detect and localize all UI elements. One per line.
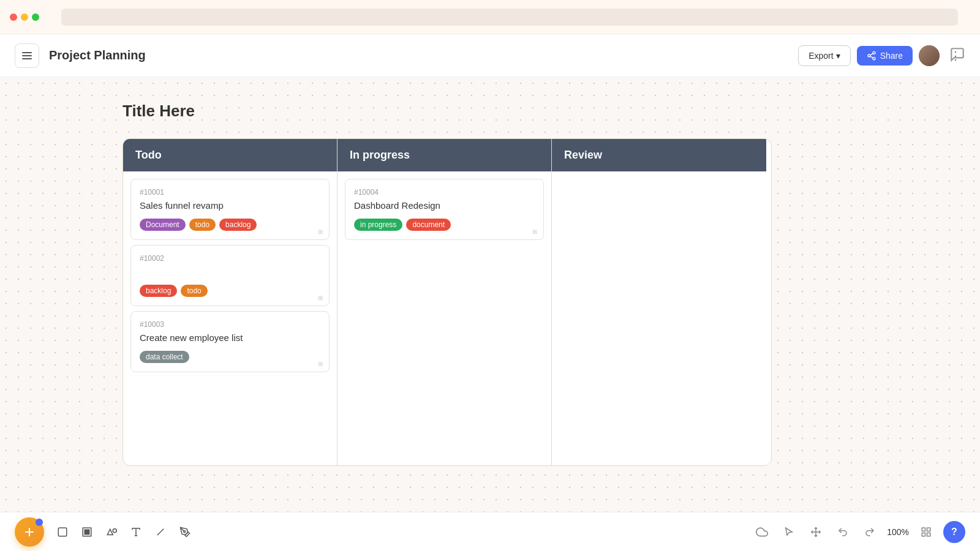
share-button[interactable]: Share	[857, 46, 913, 66]
card-resize-handle[interactable]: ⊞	[318, 294, 325, 302]
toolbar-actions: Export ▾ Share ⋮	[798, 45, 965, 66]
svg-point-9	[184, 530, 186, 532]
redo-button[interactable]	[860, 522, 880, 542]
card-tags: backlog todo	[140, 285, 320, 297]
column-todo: Todo #10001 Sales funnel revamp Document…	[123, 139, 337, 465]
column-body-todo: #10001 Sales funnel revamp Document todo…	[123, 171, 337, 465]
card-id: #10002	[140, 254, 320, 263]
card-tags: Document todo backlog	[140, 219, 320, 231]
export-button[interactable]: Export ▾	[798, 45, 850, 66]
tag-in-progress: in progress	[354, 219, 402, 231]
svg-point-2	[873, 57, 875, 59]
top-toolbar: Project Planning Export ▾ Share ⋮	[0, 34, 980, 77]
text-tool[interactable]	[125, 521, 147, 543]
avatar[interactable]	[919, 45, 940, 66]
tag-backlog: backlog	[140, 285, 177, 297]
column-review: Review	[552, 139, 766, 465]
svg-rect-12	[922, 533, 925, 536]
card-10004[interactable]: #10004 Dashboard Redesign in progress do…	[345, 179, 544, 240]
help-button[interactable]: ?	[943, 521, 965, 543]
svg-rect-13	[927, 533, 930, 536]
svg-rect-11	[927, 528, 930, 531]
svg-point-1	[868, 54, 870, 57]
frame-tool[interactable]	[76, 521, 98, 543]
move-tool[interactable]	[806, 522, 826, 542]
card-10001[interactable]: #10001 Sales funnel revamp Document todo…	[130, 179, 330, 240]
card-tags: data collect	[140, 351, 320, 363]
tag-document-red: document	[406, 219, 451, 231]
line-icon	[155, 527, 166, 538]
line-tool[interactable]	[149, 521, 172, 543]
grid-button[interactable]	[916, 522, 936, 542]
svg-rect-5	[58, 528, 67, 536]
undo-button[interactable]	[833, 522, 853, 542]
cloud-icon	[756, 526, 768, 538]
frame-icon	[81, 527, 92, 538]
plus-icon: +	[24, 523, 34, 541]
card-title: Sales funnel revamp	[140, 200, 320, 212]
svg-rect-10	[922, 528, 925, 531]
minimize-dot[interactable]	[21, 13, 28, 21]
avatar-image	[919, 45, 940, 66]
grid-icon	[921, 527, 932, 538]
column-in-progress: In progress #10004 Dashboard Redesign in…	[337, 139, 552, 465]
card-10002[interactable]: #10002 backlog todo ⊞	[130, 245, 330, 306]
card-resize-handle[interactable]: ⊞	[532, 228, 540, 236]
board-title: Title Here	[123, 102, 195, 121]
card-title: Create new employee list	[140, 332, 320, 345]
redo-icon	[864, 527, 875, 538]
dropdown-arrow-icon: ▾	[836, 51, 840, 61]
document-title: Project Planning	[49, 48, 798, 62]
close-dot[interactable]	[10, 13, 17, 21]
cursor-icon	[783, 527, 794, 538]
card-resize-handle[interactable]: ⊞	[318, 228, 325, 236]
titlebar-search-bar	[61, 9, 958, 26]
marker-tool[interactable]	[174, 521, 196, 543]
share-icon	[867, 51, 876, 61]
fab-add-button[interactable]: +	[15, 517, 44, 547]
shape-icon	[106, 527, 117, 538]
column-header-in-progress: In progress	[337, 139, 551, 171]
menu-button[interactable]	[15, 43, 39, 68]
column-body-review	[552, 171, 766, 465]
card-id: #10003	[140, 320, 320, 329]
tag-document: Document	[140, 219, 186, 231]
svg-line-4	[870, 53, 873, 55]
marker-icon	[179, 527, 190, 538]
svg-line-8	[157, 528, 164, 535]
svg-point-0	[873, 51, 875, 54]
svg-rect-7	[85, 530, 89, 534]
column-header-todo: Todo	[123, 139, 337, 171]
bottom-toolbar-right: 100% ?	[752, 521, 965, 543]
bottom-toolbar-left: +	[15, 517, 196, 547]
rectangle-icon	[57, 527, 68, 538]
chat-button[interactable]	[949, 47, 965, 65]
help-icon: ?	[951, 527, 957, 538]
rectangle-tool[interactable]	[51, 521, 74, 543]
maximize-dot[interactable]	[32, 13, 39, 21]
tag-backlog: backlog	[219, 219, 257, 231]
cloud-save-button[interactable]	[752, 522, 772, 542]
shape-tool[interactable]	[100, 521, 123, 543]
card-id: #10004	[354, 188, 535, 197]
bottom-toolbar: +	[0, 512, 980, 551]
card-title	[140, 266, 320, 279]
tag-data-collect: data collect	[140, 351, 189, 363]
text-icon	[130, 527, 141, 538]
titlebar	[0, 0, 980, 34]
tag-todo: todo	[189, 219, 216, 231]
card-id: #10001	[140, 188, 320, 197]
undo-icon	[837, 527, 848, 538]
hamburger-icon	[22, 52, 32, 59]
card-10003[interactable]: #10003 Create new employee list data col…	[130, 311, 330, 372]
chat-icon	[949, 47, 965, 62]
tag-todo: todo	[181, 285, 207, 297]
column-header-review: Review	[552, 139, 766, 171]
svg-line-3	[870, 56, 873, 58]
kanban-board: Todo #10001 Sales funnel revamp Document…	[123, 138, 772, 466]
card-resize-handle[interactable]: ⊞	[318, 361, 325, 368]
window-controls	[10, 13, 39, 21]
fab-badge	[36, 519, 43, 526]
cursor-tool[interactable]	[779, 522, 799, 542]
canvas-area[interactable]: Title Here Todo #10001 Sales funnel reva…	[0, 77, 980, 512]
